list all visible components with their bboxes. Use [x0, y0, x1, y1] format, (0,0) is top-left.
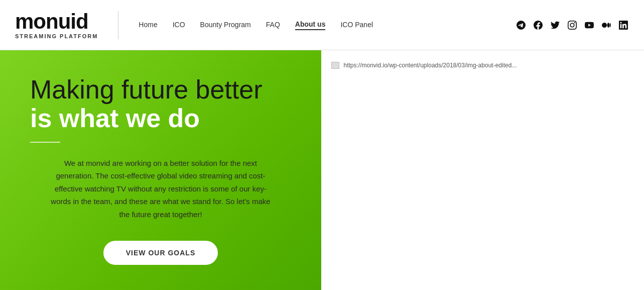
broken-image-container: https://monvid.io/wp-content/uploads/201…: [331, 60, 634, 69]
logo-subtitle: STREAMING PLATFORM: [15, 33, 98, 39]
medium-icon[interactable]: [601, 20, 612, 31]
nav-ico[interactable]: ICO: [173, 21, 185, 30]
hero-divider: [30, 142, 60, 142]
view-goals-button[interactable]: VIEW OUR GOALS: [103, 241, 218, 265]
twitter-icon[interactable]: [550, 20, 561, 31]
facebook-icon[interactable]: [533, 20, 544, 31]
header: monuid STREAMING PLATFORM Home ICO Bount…: [0, 0, 644, 50]
broken-image-url: https://monvid.io/wp-content/uploads/201…: [343, 62, 517, 69]
logo-section: monuid STREAMING PLATFORM: [15, 11, 118, 39]
hero-heading-line1: Making future better: [30, 75, 291, 104]
right-section: https://monvid.io/wp-content/uploads/201…: [321, 50, 644, 290]
linkedin-icon[interactable]: [618, 20, 629, 31]
hero-cta-container: VIEW OUR GOALS: [30, 241, 291, 265]
nav-ico-panel[interactable]: ICO Panel: [340, 21, 373, 30]
broken-image-icon: [331, 62, 339, 69]
main-nav: Home ICO Bounty Program FAQ About us ICO…: [139, 20, 516, 30]
main-content: Making future better is what we do We at…: [0, 50, 644, 290]
instagram-icon[interactable]: [567, 20, 578, 31]
nav-faq[interactable]: FAQ: [266, 21, 280, 30]
nav-about-us[interactable]: About us: [295, 20, 326, 30]
logo-text: monuid: [15, 11, 98, 32]
social-icons: [516, 20, 629, 31]
hero-section: Making future better is what we do We at…: [0, 50, 321, 290]
nav-bounty-program[interactable]: Bounty Program: [200, 21, 251, 30]
hero-heading: Making future better is what we do: [30, 75, 291, 133]
youtube-icon[interactable]: [584, 20, 595, 31]
nav-home[interactable]: Home: [139, 21, 157, 30]
telegram-icon[interactable]: [516, 20, 527, 31]
hero-heading-line2: is what we do: [30, 104, 291, 133]
hero-body-text: We at monvid are working on a better sol…: [45, 157, 276, 221]
